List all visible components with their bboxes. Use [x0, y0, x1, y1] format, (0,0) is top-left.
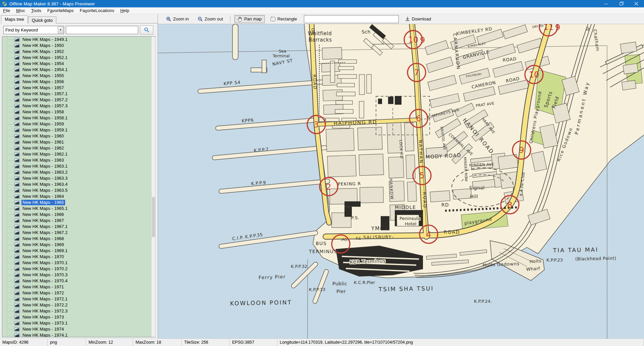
- close-button[interactable]: [629, 0, 644, 7]
- list-item[interactable]: New HK Maps - 1955: [2, 73, 155, 79]
- menu-item-file[interactable]: File: [0, 8, 13, 14]
- list-item[interactable]: New HK Maps - 1961: [2, 139, 155, 145]
- app-window: Offline Map Maker 8.367 - Maps Previewer…: [0, 0, 644, 346]
- list-item[interactable]: New HK Maps - 1973.1: [2, 320, 155, 326]
- list-item[interactable]: New HK Maps - 1957.1: [2, 91, 155, 97]
- map-image-icon: [14, 333, 20, 338]
- tree-connector: [7, 269, 14, 269]
- list-item[interactable]: New HK Maps - 1954: [2, 61, 155, 67]
- list-item[interactable]: New HK Maps - 1964: [2, 193, 155, 199]
- list-item[interactable]: New HK Maps - 1972.1: [2, 296, 155, 302]
- menu-item-help[interactable]: Help: [117, 8, 132, 14]
- tab-strip: Maps tree Quick goto: [0, 14, 158, 23]
- list-item[interactable]: New HK Maps - 1972.3: [2, 308, 155, 314]
- list-item-label: New HK Maps - 1972.1: [21, 296, 68, 302]
- list-item[interactable]: New HK Maps - 1963: [2, 157, 155, 163]
- tree-connector: [7, 88, 14, 88]
- list-item[interactable]: New HK Maps - 1967: [2, 218, 155, 224]
- zoom-in-button[interactable]: Zoom in: [163, 15, 192, 23]
- map-image-icon: [14, 219, 20, 223]
- list-item[interactable]: New HK Maps - 1969: [2, 242, 155, 248]
- svg-text:TERMINUS: TERMINUS: [309, 249, 337, 254]
- map-image: 3210976548910119 WhitfieldBarracksSchSea…: [158, 24, 644, 339]
- list-item[interactable]: New HK Maps - 1963.5: [2, 187, 155, 193]
- list-item[interactable]: New HK Maps - 1971: [2, 284, 155, 290]
- list-item[interactable]: New HK Maps - 1957.3: [2, 103, 155, 109]
- tree-connector: [7, 52, 14, 52]
- find-mode-select[interactable]: Find by Keyword ▼: [3, 26, 64, 34]
- menu-bar: FileMiscToolsFavoriteMapsFavoriteLocatio…: [0, 7, 644, 14]
- download-button[interactable]: Download: [402, 15, 434, 23]
- svg-text:SALISBURY–: SALISBURY–: [363, 234, 394, 240]
- menu-item-favoritemaps[interactable]: FavoriteMaps: [44, 8, 77, 14]
- list-item-label: New HK Maps - 1973.1: [21, 321, 68, 326]
- list-item[interactable]: New HK Maps - 1962: [2, 145, 155, 151]
- list-item[interactable]: New HK Maps - 1958.1: [2, 115, 155, 121]
- list-item[interactable]: New HK Maps - 1966: [2, 212, 155, 218]
- minimize-button[interactable]: [599, 0, 614, 7]
- list-item[interactable]: New HK Maps - 1965.1: [2, 206, 155, 212]
- list-item[interactable]: New HK Maps - 1972.2: [2, 302, 155, 308]
- left-panel: Maps tree Quick goto Find by Keyword ▼: [0, 14, 158, 339]
- list-item[interactable]: New HK Maps - 1970.3: [2, 272, 155, 278]
- list-item[interactable]: New HK Maps - 1959.1: [2, 127, 155, 133]
- list-item[interactable]: New HK Maps - 1967.1: [2, 224, 155, 230]
- list-item[interactable]: New HK Maps - 1974.1: [2, 332, 155, 337]
- map-image-icon: [14, 146, 20, 151]
- list-item[interactable]: New HK Maps - 1957.2: [2, 97, 155, 103]
- list-item[interactable]: New HK Maps - 1963.2: [2, 169, 155, 175]
- list-item[interactable]: New HK Maps - 1952: [2, 49, 155, 55]
- search-input[interactable]: [66, 26, 138, 34]
- tree-connector: [7, 100, 14, 100]
- list-item[interactable]: New HK Maps - 1954.1: [2, 67, 155, 73]
- list-item[interactable]: New HK Maps - 1957: [2, 85, 155, 91]
- list-item-label: New HK Maps - 1960: [21, 133, 65, 139]
- list-item[interactable]: New HK Maps - 1963.1: [2, 163, 155, 169]
- list-item[interactable]: New HK Maps - 1970: [2, 254, 155, 260]
- list-item[interactable]: New HK Maps - 1973: [2, 314, 155, 320]
- list-item[interactable]: New HK Maps - 1969.1: [2, 248, 155, 254]
- list-item[interactable]: New HK Maps - 1972: [2, 290, 155, 296]
- list-item[interactable]: New HK Maps - 1970.1: [2, 260, 155, 266]
- restore-button[interactable]: [614, 0, 629, 7]
- list-item[interactable]: New HK Maps - 1950: [2, 43, 155, 49]
- list-item[interactable]: New HK Maps - 1963.4: [2, 181, 155, 187]
- list-item[interactable]: New HK Maps - 1963.3: [2, 175, 155, 181]
- list-item[interactable]: New HK Maps - 1952.1: [2, 55, 155, 61]
- tree-connector: [7, 40, 14, 40]
- list-item[interactable]: New HK Maps - 1962.1: [2, 151, 155, 157]
- list-item[interactable]: New HK Maps - 1967.2: [2, 230, 155, 236]
- rectangle-button[interactable]: Rectangle: [267, 15, 300, 23]
- app-icon: [2, 1, 7, 6]
- list-item[interactable]: New HK Maps - 1959: [2, 121, 155, 127]
- chevron-down-icon[interactable]: ▼: [58, 26, 63, 34]
- map-image-icon: [14, 200, 20, 205]
- list-item[interactable]: New HK Maps - 1949.1: [2, 37, 155, 43]
- pan-map-button[interactable]: Pan map: [234, 15, 265, 23]
- menu-item-favoritelocations[interactable]: FavoriteLocations: [77, 8, 117, 14]
- map-image-icon: [14, 116, 20, 120]
- list-item[interactable]: New HK Maps - 1970.4: [2, 278, 155, 284]
- list-item[interactable]: New HK Maps - 1974: [2, 326, 155, 332]
- list-item[interactable]: New HK Maps - 1956: [2, 79, 155, 85]
- menu-item-tools[interactable]: Tools: [28, 8, 44, 14]
- find-mode-value: Find by Keyword: [4, 27, 58, 33]
- tab-quick-goto[interactable]: Quick goto: [28, 16, 56, 23]
- map-canvas[interactable]: 3210976548910119 WhitfieldBarracksSchSea…: [158, 24, 644, 339]
- status-segment: TileSize: 256: [182, 339, 230, 346]
- toolbar-input[interactable]: [304, 15, 399, 23]
- list-item[interactable]: New HK Maps - 1958: [2, 109, 155, 115]
- tab-maps-tree[interactable]: Maps tree: [1, 15, 28, 23]
- menu-item-misc[interactable]: Misc: [13, 8, 28, 14]
- list-item[interactable]: New HK Maps - 1960: [2, 133, 155, 139]
- svg-text:(Blackhead Point): (Blackhead Point): [575, 256, 616, 262]
- list-item[interactable]: New HK Maps - 1968: [2, 236, 155, 242]
- list-scrollbar[interactable]: [151, 37, 155, 337]
- scrollbar-thumb[interactable]: [152, 197, 155, 237]
- list-item[interactable]: New HK Maps - 1965: [2, 199, 155, 206]
- search-button[interactable]: [140, 25, 153, 35]
- zoom-out-button[interactable]: Zoom out: [195, 15, 226, 23]
- list-item-label: New HK Maps - 1950: [21, 43, 65, 48]
- list-item[interactable]: New HK Maps - 1970.2: [2, 266, 155, 272]
- tree-connector: [7, 184, 14, 185]
